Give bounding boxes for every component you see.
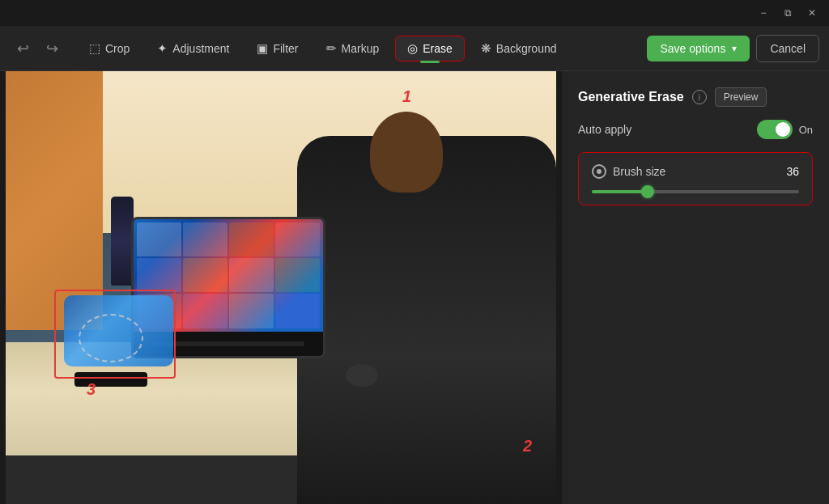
person-body [297,136,556,504]
toolbar: ↩ ↪ ⬚ Crop ✦ Adjustment ▣ Filter ✏ Marku… [0,26,829,71]
restore-button[interactable]: ⧉ [777,6,798,20]
photo-container: 1 2 3 [0,71,562,504]
background-icon: ❋ [481,41,491,56]
preview-button[interactable]: Preview [715,87,767,107]
markup-tool[interactable]: ✏ Markup [315,36,391,61]
annotation-1: 1 [402,87,411,106]
image-area[interactable]: 1 2 3 [0,71,562,504]
filter-icon: ▣ [257,41,268,56]
brush-size-label: Brush size [613,165,665,178]
toolbar-right: Save options ▾ Cancel [647,35,819,62]
panel-title: Generative Erase [578,90,684,104]
crop-label: Crop [105,42,130,55]
titlebar: − ⧉ ✕ [0,0,829,26]
undo-button[interactable]: ↩ [10,36,36,61]
brush-header: Brush size 36 [592,164,799,179]
brush-size-value: 36 [786,165,799,178]
person-head [370,112,443,193]
markup-label: Markup [342,42,380,55]
brush-size-icon [592,164,606,179]
annotation-3: 3 [87,380,96,399]
water-bottle [111,197,134,286]
auto-apply-toggle[interactable] [757,120,793,139]
brush-circle [79,314,143,362]
erase-icon: ◎ [407,41,418,56]
history-controls: ↩ ↪ [10,36,65,61]
minimize-button[interactable]: − [753,6,774,20]
filter-label: Filter [273,42,298,55]
save-options-button[interactable]: Save options ▾ [647,36,750,61]
save-options-label: Save options [660,42,725,55]
markup-icon: ✏ [326,41,337,56]
filter-tool[interactable]: ▣ Filter [245,36,309,61]
auto-apply-label: Auto apply [578,123,631,136]
panel-title-row: Generative Erase i Preview [578,87,813,107]
redo-button[interactable]: ↪ [39,36,65,61]
erase-label: Erase [423,42,453,55]
annotation-2: 2 [523,437,532,455]
erase-tool[interactable]: ◎ Erase [395,36,465,61]
background-tool[interactable]: ❋ Background [470,36,568,61]
right-panel: Generative Erase i Preview Auto apply On… [562,71,829,504]
close-button[interactable]: ✕ [801,6,823,20]
crop-icon: ⬚ [89,41,100,56]
cancel-button[interactable]: Cancel [756,35,819,62]
background-label: Background [496,42,557,55]
adjustment-tool[interactable]: ✦ Adjustment [146,36,240,61]
adjustment-label: Adjustment [172,42,229,55]
brush-size-slider-track [592,190,799,193]
mouse [346,364,378,387]
adjustment-icon: ✦ [157,41,168,56]
toggle-state-label: On [799,124,813,136]
main-content: 1 2 3 Generative Erase i Preview Auto ap… [0,71,829,504]
brush-section: Brush size 36 [578,152,813,205]
brush-label-row: Brush size [592,164,665,179]
info-icon[interactable]: i [692,90,707,104]
save-chevron-icon: ▾ [732,43,737,54]
photo-background: 1 2 3 [6,71,556,504]
toggle-container: On [757,120,813,139]
toggle-thumb [776,122,790,137]
crop-tool[interactable]: ⬚ Crop [78,36,141,61]
auto-apply-row: Auto apply On [578,120,813,139]
